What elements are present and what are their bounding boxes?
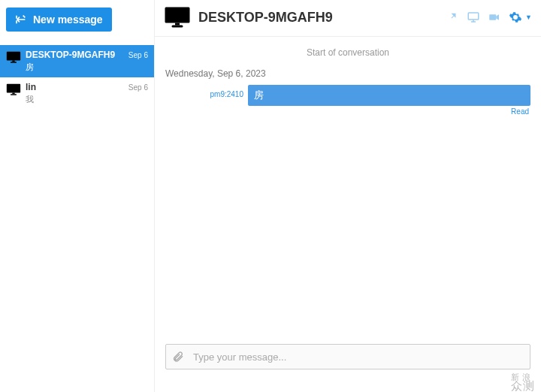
- conversation-list: DESKTOP-9MGAFH9 房 Sep 6 lin 我 Sep 6: [0, 45, 154, 392]
- conversation-item[interactable]: DESKTOP-9MGAFH9 房 Sep 6: [0, 45, 154, 77]
- message-status: Read: [165, 107, 530, 116]
- sidebar: New message DESKTOP-9MGAFH9 房 Sep 6 lin …: [0, 0, 155, 392]
- chat-body: Start of conversation Wednesday, Sep 6, …: [155, 37, 541, 338]
- chevron-down-icon[interactable]: ▼: [525, 14, 532, 21]
- screen-share-icon[interactable]: [467, 11, 480, 24]
- video-icon[interactable]: [488, 11, 501, 24]
- message-input-box: [165, 344, 530, 369]
- conversation-date: Sep 6: [128, 51, 148, 59]
- message-row: pm9:2410 房: [165, 85, 530, 106]
- chat-pane: DESKTOP-9MGAFH9 ▼ Start of conversation …: [155, 0, 541, 392]
- start-of-conversation-label: Start of conversation: [165, 47, 530, 58]
- conversation-date: Sep 6: [128, 83, 148, 92]
- monitor-icon: [6, 83, 21, 95]
- share-icon[interactable]: [446, 11, 459, 24]
- monitor-icon: [164, 6, 191, 29]
- conversation-preview: 房: [26, 62, 121, 73]
- gear-icon[interactable]: [509, 11, 522, 24]
- chat-header: DESKTOP-9MGAFH9 ▼: [155, 0, 541, 37]
- compose-icon: [15, 14, 27, 26]
- svg-rect-4: [489, 14, 496, 20]
- message-bubble[interactable]: 房: [248, 85, 530, 106]
- new-message-button[interactable]: New message: [6, 8, 112, 32]
- new-message-label: New message: [33, 14, 103, 26]
- conversation-preview: 我: [26, 94, 121, 105]
- date-header: Wednesday, Sep 6, 2023: [165, 68, 530, 79]
- conversation-item[interactable]: lin 我 Sep 6: [0, 77, 154, 110]
- attachment-icon[interactable]: [172, 351, 184, 363]
- conversation-title: DESKTOP-9MGAFH9: [26, 50, 121, 60]
- chat-title: DESKTOP-9MGAFH9: [198, 10, 438, 26]
- message-input[interactable]: [190, 345, 530, 369]
- monitor-icon: [6, 51, 21, 63]
- conversation-title: lin: [26, 82, 121, 92]
- message-time: pm9:2410: [165, 85, 248, 106]
- svg-rect-3: [468, 13, 479, 20]
